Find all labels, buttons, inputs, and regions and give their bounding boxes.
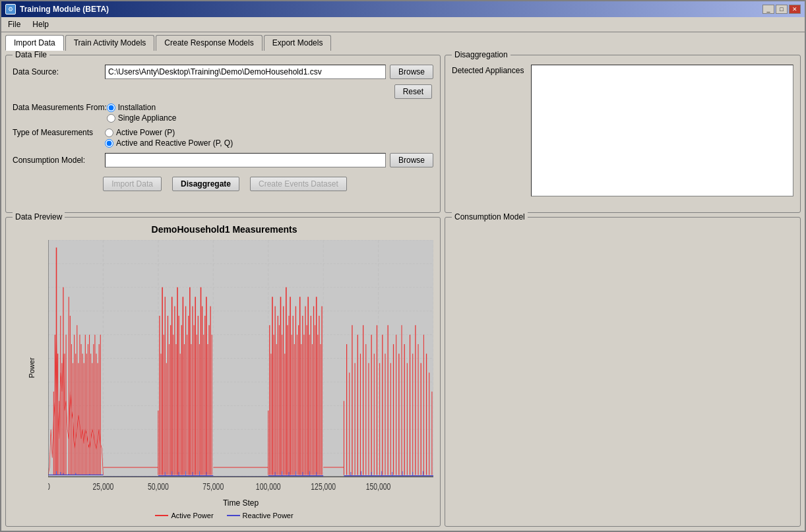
maximize-button[interactable]: □ — [776, 5, 788, 14]
single-appliance-label: Single Appliance — [118, 113, 177, 123]
consumption-model-label: Consumption Model: — [13, 156, 105, 165]
data-file-title: Data File — [13, 50, 49, 59]
reset-button[interactable]: Reset — [394, 84, 432, 99]
main-window: ⚙ Training Module (BETA) _ □ ✕ File Help… — [0, 0, 806, 532]
action-buttons: Import Data Disaggregate Create Events D… — [13, 177, 433, 191]
browse2-button[interactable]: Browse — [390, 153, 433, 167]
chart-legend: Active Power Reactive Power — [15, 512, 433, 519]
reset-row: Reset — [13, 84, 433, 99]
data-preview-inner: DemoHousehold1 Measurements Power — [6, 218, 440, 526]
title-bar: ⚙ Training Module (BETA) _ □ ✕ — [1, 1, 805, 17]
tab-export-models[interactable]: Export Models — [264, 35, 332, 51]
legend-active-label: Active Power — [171, 512, 213, 519]
detected-appliances-listbox[interactable] — [531, 65, 793, 196]
data-source-row: Data Source: Browse — [13, 65, 433, 79]
active-power-label: Active Power (P) — [116, 128, 175, 137]
measurements-radio-group: Installation Single Appliance — [107, 103, 177, 123]
type-measurements-row: Type of Measurements Active Power (P) Ac… — [13, 128, 433, 148]
disaggregation-panel: Disaggregation Detected Appliances — [445, 55, 801, 213]
bottom-row: Data Preview DemoHousehold1 Measurements… — [5, 217, 801, 527]
menu-bar: File Help — [1, 17, 805, 32]
installation-radio[interactable] — [107, 103, 115, 112]
help-menu[interactable]: Help — [30, 18, 51, 30]
detected-appliances-label: Detected Appliances — [452, 66, 524, 196]
active-reactive-radio[interactable] — [105, 139, 113, 148]
svg-text:50,000: 50,000 — [148, 482, 169, 492]
svg-text:125,000: 125,000 — [311, 482, 336, 492]
disaggregation-content: Detected Appliances — [445, 55, 800, 203]
tab-create-response[interactable]: Create Response Models — [156, 35, 262, 51]
consumption-model-panel: Consumption Model — [445, 217, 801, 527]
type-radio-group: Active Power (P) Active and Reactive Pow… — [105, 128, 233, 148]
window-icon: ⚙ — [5, 4, 16, 15]
import-data-button[interactable]: Import Data — [103, 177, 162, 191]
active-reactive-radio-row: Active and Reactive Power (P, Q) — [105, 138, 233, 148]
top-row: Data File Data Source: Browse Reset Dat — [5, 55, 801, 213]
create-events-button[interactable]: Create Events Dataset — [250, 177, 347, 191]
active-reactive-label: Active and Reactive Power (P, Q) — [116, 138, 233, 148]
single-appliance-radio-row: Single Appliance — [107, 113, 177, 123]
consumption-model-panel-title: Consumption Model — [452, 212, 528, 222]
consumption-model-row: Consumption Model: Browse — [13, 153, 433, 167]
measurements-label: Data Measurements From: — [13, 103, 107, 112]
y-axis-label: Power — [28, 351, 36, 384]
minimize-button[interactable]: _ — [762, 5, 774, 14]
data-source-input[interactable] — [105, 65, 386, 79]
consumption-model-input[interactable] — [105, 153, 386, 167]
title-bar-controls: _ □ ✕ — [762, 5, 801, 14]
data-source-label: Data Source: — [13, 67, 105, 76]
active-power-radio-row: Active Power (P) — [105, 128, 233, 137]
consumption-model-content — [445, 218, 800, 526]
tab-train-activity[interactable]: Train Activity Models — [65, 35, 155, 51]
file-menu[interactable]: File — [5, 18, 23, 30]
svg-text:25,000: 25,000 — [92, 482, 113, 492]
tab-bar: Import Data Train Activity Models Create… — [1, 32, 805, 51]
measurements-from-row: Data Measurements From: Installation Sin… — [13, 103, 433, 123]
svg-text:150,000: 150,000 — [366, 482, 391, 492]
data-file-panel: Data File Data Source: Browse Reset Dat — [5, 55, 441, 213]
data-preview-panel: Data Preview DemoHousehold1 Measurements… — [5, 217, 441, 527]
legend-reactive-power: Reactive Power — [227, 512, 294, 519]
chart-title: DemoHousehold1 Measurements — [15, 224, 433, 235]
data-file-content: Data Source: Browse Reset Data Measureme… — [6, 55, 440, 198]
legend-reactive-label: Reactive Power — [243, 512, 294, 519]
window-title: Training Module (BETA) — [20, 5, 109, 14]
svg-text:75,000: 75,000 — [202, 482, 224, 492]
x-axis-title: Time Step — [48, 498, 433, 508]
close-button[interactable]: ✕ — [789, 5, 801, 14]
x-axis-label: Time Step — [223, 498, 259, 508]
disaggregate-button[interactable]: Disaggregate — [172, 177, 239, 191]
legend-active-power: Active Power — [155, 512, 213, 519]
browse-button[interactable]: Browse — [390, 65, 433, 79]
single-appliance-radio[interactable] — [107, 114, 115, 123]
data-preview-title: Data Preview — [13, 212, 65, 222]
title-bar-left: ⚙ Training Module (BETA) — [5, 4, 109, 15]
tab-import-data[interactable]: Import Data — [5, 35, 64, 51]
disaggregation-title: Disaggregation — [452, 50, 511, 59]
chart-svg: 5,000 4,500 4,000 3,500 3,000 2,500 2,00… — [48, 240, 433, 496]
type-label: Type of Measurements — [13, 128, 105, 137]
main-content: Data File Data Source: Browse Reset Dat — [1, 51, 805, 531]
legend-reactive-line — [227, 515, 240, 516]
installation-radio-row: Installation — [107, 103, 177, 112]
svg-text:100,000: 100,000 — [256, 482, 281, 492]
installation-label: Installation — [118, 103, 156, 112]
active-power-radio[interactable] — [105, 129, 113, 137]
svg-text:0: 0 — [48, 482, 50, 492]
legend-active-line — [155, 515, 168, 516]
